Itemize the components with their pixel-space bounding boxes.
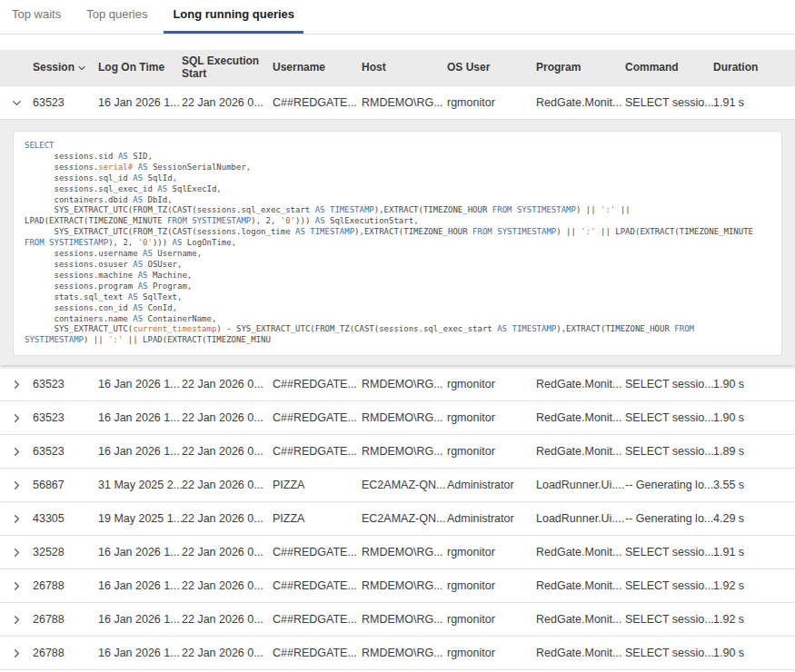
cell-username: C##REDGATE... [273, 647, 362, 659]
cell-logon-time: 16 Jan 2026 1... [98, 613, 182, 626]
cell-logon-time: 16 Jan 2026 1... [98, 378, 182, 390]
cell-program: LoadRunner.Ui.... [536, 512, 625, 525]
expand-row-icon[interactable] [0, 647, 33, 660]
cell-sql-execution-start: 22 Jan 2026 0... [182, 512, 273, 525]
cell-sql-execution-start: 22 Jan 2026 0... [182, 378, 273, 390]
column-header-os-user[interactable]: OS User [447, 62, 536, 74]
cell-os-user: rgmonitor [447, 445, 536, 458]
cell-os-user: rgmonitor [447, 613, 536, 626]
expand-row-icon[interactable] [0, 512, 33, 526]
cell-os-user: Administrator [447, 512, 536, 525]
cell-sql-execution-start: 22 Jan 2026 0... [182, 647, 273, 659]
table-row[interactable]: 63523 16 Jan 2026 1... 22 Jan 2026 0... … [0, 401, 795, 435]
cell-program: LoadRunner.Ui.... [536, 479, 625, 491]
sort-descending-icon[interactable] [76, 63, 87, 74]
column-header-host[interactable]: Host [362, 62, 447, 74]
cell-logon-time: 16 Jan 2026 1... [98, 445, 182, 458]
cell-session: 26788 [33, 579, 98, 592]
cell-host: RMDEMO\RG... [362, 546, 447, 558]
table-row[interactable]: 26788 16 Jan 2026 1... 22 Jan 2026 0... … [0, 569, 795, 603]
cell-logon-time: 16 Jan 2026 1... [98, 647, 182, 659]
cell-program: RedGate.Monit... [536, 613, 625, 626]
cell-username: PIZZA [273, 512, 362, 525]
cell-os-user: rgmonitor [447, 411, 536, 424]
cell-session: 26788 [33, 613, 98, 626]
tab-top-waits[interactable]: Top waits [3, 0, 70, 34]
cell-logon-time: 19 May 2025 1... [98, 512, 182, 525]
cell-duration: 1.91 s [713, 96, 795, 109]
cell-logon-time: 16 Jan 2026 1... [98, 411, 182, 424]
column-header-sql-execution-start[interactable]: SQL Execution Start [182, 55, 273, 81]
cell-sql-execution-start: 22 Jan 2026 0... [182, 546, 273, 558]
cell-session: 32528 [33, 546, 98, 558]
cell-username: C##REDGATE... [273, 613, 362, 626]
cell-os-user: rgmonitor [447, 647, 536, 659]
expanded-row-group: 63523 16 Jan 2026 1... 22 Jan 2026 0... … [0, 86, 795, 365]
cell-os-user: rgmonitor [447, 579, 536, 592]
expand-row-icon[interactable] [0, 613, 33, 627]
cell-duration: 1.90 s [713, 411, 795, 424]
table-row[interactable]: 26788 16 Jan 2026 1... 22 Jan 2026 0... … [0, 603, 795, 637]
cell-duration: 1.90 s [713, 378, 795, 390]
cell-logon-time: 31 May 2025 2... [98, 479, 182, 491]
column-header-program[interactable]: Program [536, 62, 625, 74]
cell-session: 43305 [33, 512, 98, 525]
expand-row-icon[interactable] [0, 378, 33, 391]
tab-long-running-queries[interactable]: Long running queries [164, 0, 303, 34]
collapse-row-icon[interactable] [0, 96, 33, 110]
cell-username: PIZZA [273, 479, 362, 491]
column-header-username[interactable]: Username [273, 62, 362, 74]
cell-os-user: rgmonitor [447, 96, 536, 109]
cell-program: RedGate.Monit... [536, 445, 625, 458]
column-header-logon-time[interactable]: Log On Time [98, 62, 182, 74]
column-header-session[interactable]: Session [33, 62, 98, 74]
expand-row-icon[interactable] [0, 479, 33, 492]
cell-host: EC2AMAZ-QN... [362, 512, 447, 525]
cell-command: SELECT sessio... [625, 546, 713, 558]
column-header-duration[interactable]: Duration [713, 62, 795, 74]
expand-row-icon[interactable] [0, 579, 33, 593]
column-header-session-label: Session [33, 62, 75, 74]
cell-duration: 1.91 s [713, 546, 795, 558]
cell-session: 63523 [33, 411, 98, 424]
cell-sql-execution-start: 22 Jan 2026 0... [182, 96, 273, 109]
cell-session: 56867 [33, 479, 98, 491]
cell-program: RedGate.Monit... [536, 378, 625, 390]
cell-command: SELECT sessio... [625, 613, 713, 626]
table-row[interactable]: 32528 16 Jan 2026 1... 22 Jan 2026 0... … [0, 536, 795, 569]
cell-program: RedGate.Monit... [536, 546, 625, 558]
expand-row-icon[interactable] [0, 445, 33, 459]
cell-command: SELECT sessio... [625, 647, 713, 659]
cell-username: C##REDGATE... [273, 445, 362, 458]
table-row[interactable]: 63523 16 Jan 2026 1... 22 Jan 2026 0... … [0, 435, 795, 469]
expand-row-icon[interactable] [0, 411, 33, 425]
cell-host: RMDEMO\RG... [362, 579, 447, 592]
cell-username: C##REDGATE... [273, 96, 362, 109]
cell-username: C##REDGATE... [273, 546, 362, 558]
cell-command: -- Generating lo... [625, 512, 713, 525]
cell-duration: 3.55 s [713, 479, 795, 491]
cell-session: 63523 [33, 378, 98, 390]
cell-logon-time: 16 Jan 2026 1... [98, 96, 182, 109]
table-row[interactable]: 63523 16 Jan 2026 1... 22 Jan 2026 0... … [0, 368, 795, 401]
cell-session: 26788 [33, 647, 98, 659]
sql-code: SELECT sessions.sid AS SID, sessions.ser… [25, 141, 770, 346]
cell-program: RedGate.Monit... [536, 647, 625, 659]
cell-host: RMDEMO\RG... [362, 411, 447, 424]
tab-top-queries[interactable]: Top queries [77, 0, 156, 34]
column-header-command[interactable]: Command [625, 62, 713, 74]
cell-session: 63523 [33, 445, 98, 458]
cell-os-user: rgmonitor [447, 546, 536, 558]
tab-bar: Top waits Top queries Long running queri… [0, 0, 795, 35]
table-row[interactable]: 63523 16 Jan 2026 1... 22 Jan 2026 0... … [0, 86, 795, 120]
expand-row-icon[interactable] [0, 546, 33, 559]
table-row[interactable]: 43305 19 May 2025 1... 22 Jan 2026 0... … [0, 502, 795, 536]
cell-sql-execution-start: 22 Jan 2026 0... [182, 445, 273, 458]
cell-duration: 4.29 s [713, 512, 795, 525]
cell-program: RedGate.Monit... [536, 411, 625, 424]
cell-command: -- Generating lo... [625, 479, 713, 491]
table-body: 63523 16 Jan 2026 1... 22 Jan 2026 0... … [0, 368, 795, 670]
table-row[interactable]: 26788 16 Jan 2026 1... 22 Jan 2026 0... … [0, 637, 795, 670]
table-row[interactable]: 56867 31 May 2025 2... 22 Jan 2026 0... … [0, 469, 795, 502]
cell-command: SELECT sessio... [625, 579, 713, 592]
